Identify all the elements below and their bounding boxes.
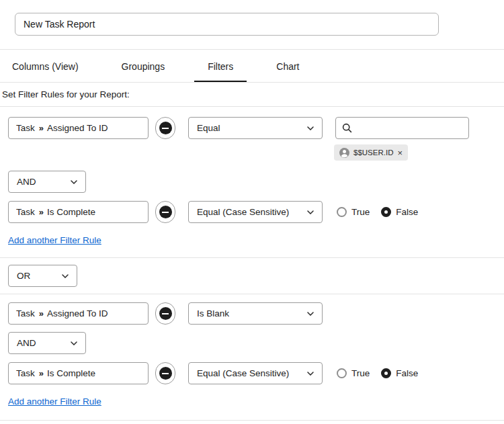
minus-icon [159,206,172,218]
filter-group-2: Task » Assigned To ID Is Blank AND [0,294,504,420]
chevron-down-icon [71,180,77,184]
radio-true-label: True [351,368,370,378]
field-selector[interactable]: Task » Assigned To ID [8,117,149,139]
and-or-dropdown[interactable]: AND [8,332,86,354]
chevron-down-icon [307,126,314,130]
filter-group-1: Task » Assigned To ID Equal [0,107,504,257]
field-name: Is Complete [47,207,95,217]
tab-chart[interactable]: Chart [263,50,312,82]
add-filter-rule-link[interactable]: Add another Filter Rule [8,235,101,245]
remove-rule-button[interactable] [155,302,175,325]
field-name: Assigned To ID [47,308,108,319]
field-selector[interactable]: Task » Is Complete [8,362,149,384]
field-name: Is Complete [47,368,95,378]
radio-false-label: False [396,368,418,378]
and-or-value: AND [17,338,36,348]
operator-dropdown[interactable]: Equal (Case Sensitive) [188,362,323,384]
field-prefix: Task [16,308,35,319]
radio-true-label: True [351,207,370,217]
add-filter-rule-link[interactable]: Add another Filter Rule [8,396,101,407]
field-name: Assigned To ID [47,123,108,133]
remove-rule-button[interactable] [155,362,175,384]
minus-icon [159,122,172,134]
remove-rule-button[interactable] [155,201,175,223]
and-or-dropdown[interactable]: AND [8,171,86,193]
value-chip[interactable]: $$USER.ID × [334,144,408,161]
boolean-radio-group: True False [337,207,418,217]
field-chevron-icon: » [39,123,43,133]
remove-rule-button[interactable] [155,117,175,139]
tab-filters[interactable]: Filters [194,50,247,82]
tab-bar: Columns (View) Groupings Filters Chart [0,50,504,82]
group-conjunction-dropdown[interactable]: OR [8,265,77,287]
chevron-down-icon [307,210,314,214]
operator-value: Is Blank [197,308,229,319]
filter-rule-row: Task » Assigned To ID Is Blank [8,302,504,325]
field-selector[interactable]: Task » Assigned To ID [8,302,149,325]
field-prefix: Task [16,207,35,217]
filter-rule-row: Task » Is Complete Equal (Case Sensitive… [8,201,504,223]
radio-false[interactable] [381,368,391,378]
divider-bottom [0,420,504,421]
value-search-box[interactable] [335,117,469,139]
radio-true[interactable] [337,207,347,217]
minus-icon [159,307,172,320]
report-name-section [0,0,504,49]
field-selector[interactable]: Task » Is Complete [8,201,149,223]
chip-remove-icon[interactable]: × [397,149,403,157]
operator-dropdown[interactable]: Equal [188,117,323,139]
operator-value: Equal [197,123,220,133]
field-chevron-icon: » [39,368,43,378]
and-or-value: AND [17,177,36,187]
chevron-down-icon [307,312,314,316]
filter-rule-row: Task » Assigned To ID Equal [8,117,504,139]
avatar-icon [339,148,349,158]
search-icon [342,123,352,133]
operator-dropdown[interactable]: Equal (Case Sensitive) [188,201,323,223]
divider-group-1 [0,257,504,258]
radio-true[interactable] [337,368,347,378]
tab-groupings[interactable]: Groupings [108,50,179,82]
selected-values-row: $$USER.ID × [334,144,504,161]
boolean-radio-group: True False [337,368,418,378]
minus-icon [159,367,172,380]
radio-false-label: False [396,207,418,217]
operator-value: Equal (Case Sensitive) [197,207,289,217]
field-prefix: Task [16,123,35,133]
report-name-input[interactable] [15,13,439,36]
field-chevron-icon: » [39,207,43,217]
field-chevron-icon: » [39,308,43,319]
report-builder-page: Columns (View) Groupings Filters Chart S… [0,0,504,421]
chevron-down-icon [62,274,69,278]
radio-false[interactable] [381,207,391,217]
filters-heading: Set Filter Rules for your Report: [0,83,504,106]
filter-rule-row: Task » Is Complete Equal (Case Sensitive… [8,362,504,384]
value-search-input[interactable] [357,122,462,134]
chip-label: $$USER.ID [353,149,393,157]
chevron-down-icon [307,372,314,376]
operator-value: Equal (Case Sensitive) [197,368,289,378]
operator-dropdown[interactable]: Is Blank [188,302,323,325]
field-prefix: Task [16,368,35,378]
group-conjunction-value: OR [17,271,30,281]
tab-columns-view[interactable]: Columns (View) [12,50,92,82]
chevron-down-icon [71,341,77,345]
